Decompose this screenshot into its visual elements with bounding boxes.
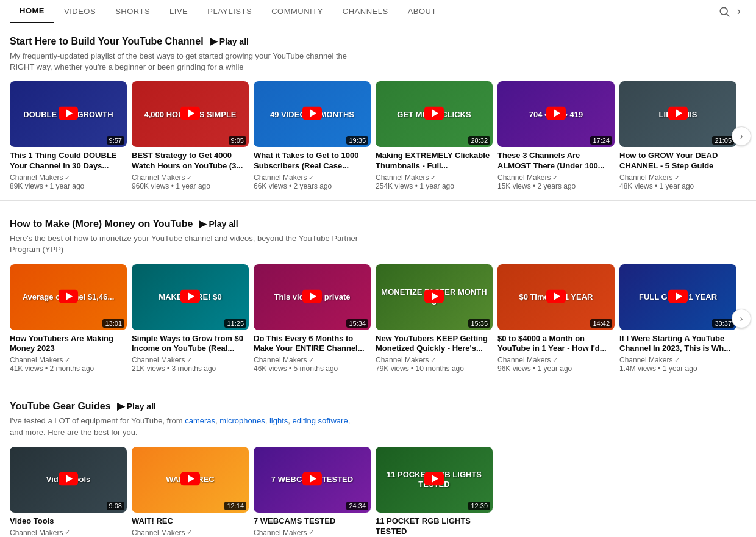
section-title: YouTube Gear Guides <box>10 401 111 412</box>
channel-name[interactable]: Channel Makers✓ <box>619 173 736 182</box>
video-thumbnail: GET MORE CLICKS28:32 <box>376 81 493 147</box>
section-header: Start Here to Build Your YouTube Channel… <box>10 35 746 47</box>
video-info: BEST Strategy to Get 4000 Watch Hours on… <box>132 147 249 190</box>
desc-link[interactable]: lights <box>269 416 288 425</box>
video-card[interactable]: DOUBLE THE GROWTH9:57This 1 Thing Could … <box>10 81 127 190</box>
channel-name[interactable]: Channel Makers✓ <box>10 528 127 537</box>
play-icon: ▶ <box>117 400 124 412</box>
video-card[interactable]: $0 Timeline 1 YEAR14:42$0 to $4000 a Mon… <box>497 264 615 373</box>
verified-icon: ✓ <box>187 174 192 182</box>
video-card[interactable]: 49 VIDEOS 6 MONTHS19:35What it Takes to … <box>254 81 371 190</box>
channel-name[interactable]: Channel Makers✓ <box>497 173 615 182</box>
channel-label: Channel Makers <box>254 528 307 537</box>
video-meta: 254K views • 1 year ago <box>376 182 493 190</box>
video-card[interactable]: 7 WEBCAMS TESTED24:347 WEBCAMS TESTEDCha… <box>254 447 371 537</box>
nav-item-live[interactable]: LIVE <box>160 0 198 23</box>
section-header: YouTube Gear Guides▶Play all <box>10 400 746 412</box>
desc-link[interactable]: microphones <box>219 416 265 425</box>
verified-icon: ✓ <box>430 174 436 182</box>
verified-icon: ✓ <box>308 528 314 536</box>
section-divider <box>0 200 756 201</box>
video-card[interactable]: Average channel $1,46...13:01How YouTube… <box>10 264 127 373</box>
channel-name[interactable]: Channel Makers✓ <box>497 356 615 364</box>
video-card[interactable]: FULL GUIDE 1 YEAR30:37If I Were Starting… <box>619 264 736 373</box>
channel-label: Channel Makers <box>132 528 185 537</box>
video-duration: 15:35 <box>468 319 490 328</box>
video-thumbnail: FULL GUIDE 1 YEAR30:37 <box>619 264 736 330</box>
chevron-right-icon[interactable]: › <box>732 4 746 19</box>
video-card[interactable]: Video Tools9:08Video ToolsChannel Makers… <box>10 447 127 537</box>
channel-name[interactable]: Channel Makers✓ <box>10 356 127 364</box>
section-description: My frequently-updated playlist of the be… <box>10 51 363 73</box>
channel-name[interactable]: Channel Makers✓ <box>376 356 493 364</box>
video-meta: 15K views • 2 years ago <box>497 182 615 190</box>
channel-name[interactable]: Channel Makers✓ <box>132 356 249 364</box>
channel-name[interactable]: Channel Makers✓ <box>254 173 371 182</box>
video-duration: 30:37 <box>712 319 734 328</box>
channel-name[interactable]: Channel Makers✓ <box>132 173 249 182</box>
video-info: Simple Ways to Grow from $0 Income on Yo… <box>132 330 249 373</box>
video-info: These 3 Channels Are ALMOST There (Under… <box>497 147 615 190</box>
section-section1: Start Here to Build Your YouTube Channel… <box>0 23 756 195</box>
channel-name[interactable]: Channel Makers✓ <box>376 173 493 182</box>
video-info: Making EXTREMELY Clickable Thumbnails - … <box>376 147 493 190</box>
youtube-play-icon <box>302 472 322 487</box>
video-card[interactable]: GET MORE CLICKS28:32Making EXTREMELY Cli… <box>376 81 493 190</box>
youtube-play-icon <box>180 107 200 122</box>
nav-item-shorts[interactable]: SHORTS <box>105 0 160 23</box>
desc-link[interactable]: editing software <box>293 416 348 425</box>
youtube-play-icon <box>424 472 444 487</box>
video-meta: 48K views • 1 year ago <box>619 182 736 190</box>
scroll-right-button[interactable]: › <box>732 126 751 146</box>
video-card[interactable]: MONETIZE FASTER MONTH 315:35New YouTuber… <box>376 264 493 373</box>
video-card[interactable]: WAIT! ● REC12:14WAIT! RECChannel Makers✓ <box>132 447 249 537</box>
verified-icon: ✓ <box>674 174 680 182</box>
nav-item-playlists[interactable]: PLAYLISTS <box>198 0 262 23</box>
video-meta: 96K views • 1 year ago <box>497 364 615 373</box>
channel-name[interactable]: Channel Makers✓ <box>254 528 371 537</box>
channel-label: Channel Makers <box>619 173 672 182</box>
video-meta: 46K views • 5 months ago <box>254 364 371 373</box>
channel-name[interactable]: Channel Makers✓ <box>10 173 127 182</box>
nav-item-about[interactable]: ABOUT <box>398 0 446 23</box>
video-title: Making EXTREMELY Clickable Thumbnails - … <box>376 151 493 171</box>
video-card[interactable]: 11 POCKET RGB LIGHTS TESTED12:3911 POCKE… <box>376 447 493 537</box>
section-divider <box>0 383 756 383</box>
play-all-button[interactable]: ▶Play all <box>117 400 156 412</box>
video-thumbnail: This video is private15:34 <box>254 264 371 330</box>
channel-label: Channel Makers <box>10 173 63 182</box>
nav-item-home[interactable]: HOME <box>10 0 54 23</box>
video-title: WAIT! REC <box>132 516 249 527</box>
video-card[interactable]: MAKE MORE! $011:25Simple Ways to Grow fr… <box>132 264 249 373</box>
video-row-wrapper: Video Tools9:08Video ToolsChannel Makers… <box>10 447 746 537</box>
verified-icon: ✓ <box>65 528 70 536</box>
video-info: New YouTubers KEEP Getting Monetized Qui… <box>376 330 493 373</box>
scroll-right-button[interactable]: › <box>732 309 751 328</box>
channel-name[interactable]: Channel Makers✓ <box>132 528 249 537</box>
youtube-play-icon <box>59 107 78 122</box>
video-row-wrapper: Average channel $1,46...13:01How YouTube… <box>10 264 746 373</box>
video-duration: 24:34 <box>346 502 368 510</box>
channel-label: Channel Makers <box>10 356 63 364</box>
verified-icon: ✓ <box>308 356 314 364</box>
video-card[interactable]: This video is private15:34Do This Every … <box>254 264 371 373</box>
nav-item-videos[interactable]: VIDEOS <box>54 0 105 23</box>
search-icon[interactable] <box>717 4 732 19</box>
play-all-button[interactable]: ▶Play all <box>210 35 249 47</box>
youtube-play-icon <box>302 289 322 305</box>
video-card[interactable]: 4,000 HOURS IS SIMPLE9:05BEST Strategy t… <box>132 81 249 190</box>
play-icon: ▶ <box>210 35 217 47</box>
nav-item-channels[interactable]: CHANNELS <box>333 0 398 23</box>
video-duration: 14:42 <box>590 319 612 328</box>
play-all-button[interactable]: ▶Play all <box>199 218 238 229</box>
video-thumbnail: LIKE THIS21:05 <box>619 81 736 147</box>
video-card[interactable]: LIKE THIS21:05How to GROW Your DEAD CHAN… <box>619 81 736 190</box>
youtube-play-icon <box>302 107 322 122</box>
section-title: Start Here to Build Your YouTube Channel <box>10 36 204 47</box>
channel-name[interactable]: Channel Makers✓ <box>619 356 736 364</box>
video-card[interactable]: 704 • 295 • 41917:24These 3 Channels Are… <box>497 81 615 190</box>
video-row: DOUBLE THE GROWTH9:57This 1 Thing Could … <box>10 81 746 190</box>
desc-link[interactable]: cameras <box>185 416 215 425</box>
nav-item-community[interactable]: COMMUNITY <box>262 0 333 23</box>
channel-name[interactable]: Channel Makers✓ <box>254 356 371 364</box>
